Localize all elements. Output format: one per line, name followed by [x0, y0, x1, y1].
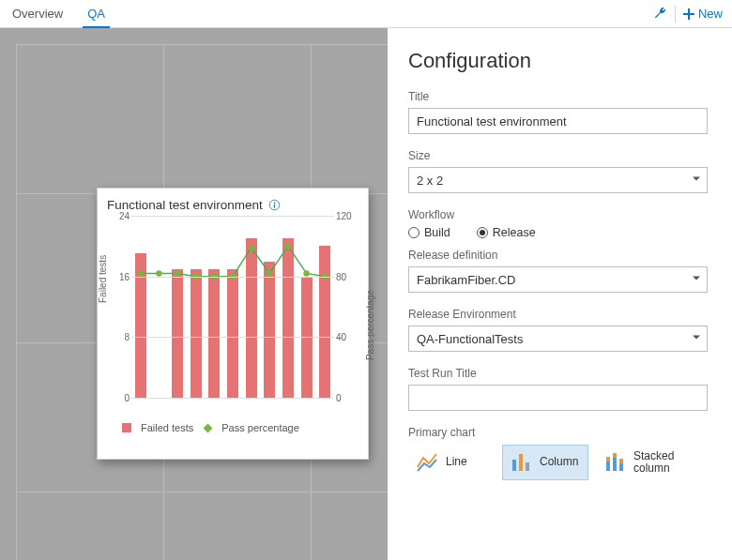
chart-type-column[interactable]: Column [502, 445, 588, 480]
svg-point-1 [274, 202, 276, 204]
svg-rect-21 [619, 463, 623, 471]
legend-swatch-failed [122, 423, 131, 432]
svg-rect-2 [274, 204, 275, 208]
legend-label-pass: Pass percentage [221, 422, 299, 433]
legend-swatch-pass [203, 423, 212, 432]
workflow-radio-release[interactable]: Release [477, 226, 536, 239]
info-icon[interactable] [268, 199, 281, 211]
release-definition-label: Release definition [408, 249, 708, 262]
svg-point-9 [248, 245, 253, 250]
svg-point-11 [285, 243, 291, 249]
new-button[interactable]: New [683, 7, 723, 21]
y-axis-left-label: Failed tests [98, 255, 108, 303]
title-input[interactable] [408, 108, 708, 134]
configuration-panel: Configuration Title Size Workflow Build … [388, 28, 732, 560]
chart-legend: Failed tests Pass percentage [107, 422, 358, 433]
svg-rect-17 [606, 462, 610, 471]
chart-type-line[interactable]: Line [408, 445, 495, 480]
widget-title: Functional test environment [107, 198, 263, 212]
release-environment-select[interactable] [408, 325, 708, 352]
panel-heading: Configuration [408, 49, 708, 73]
size-select[interactable] [408, 167, 708, 193]
widget-card[interactable]: Functional test environment Failed tests… [97, 188, 369, 460]
y-axis-right-label: Pass percentage [365, 290, 375, 360]
svg-rect-22 [619, 459, 623, 463]
size-label: Size [408, 149, 708, 162]
tab-qa[interactable]: QA [75, 0, 117, 27]
primary-chart-label: Primary chart [408, 426, 708, 439]
plus-icon [683, 8, 694, 20]
title-label: Title [408, 90, 708, 103]
release-environment-label: Release Environment [408, 308, 708, 321]
test-run-title-input[interactable] [408, 385, 708, 411]
dashboard-canvas: Functional test environment Failed tests… [0, 28, 388, 560]
svg-rect-19 [613, 458, 617, 471]
chart: Failed tests Pass percentage 00840168024… [107, 216, 358, 420]
chart-type-stacked-column[interactable]: Stacked column [596, 445, 682, 480]
legend-label-failed: Failed tests [141, 422, 193, 433]
column-chart-icon [510, 450, 532, 476]
line-chart-icon [416, 450, 438, 476]
workflow-label: Workflow [408, 208, 708, 221]
svg-rect-15 [519, 454, 523, 471]
stacked-column-chart-icon [603, 450, 626, 476]
tab-overview[interactable]: Overview [0, 0, 75, 27]
release-definition-select[interactable] [408, 266, 708, 293]
new-button-label: New [698, 7, 723, 21]
svg-rect-18 [606, 457, 610, 462]
test-run-title-label: Test Run Title [408, 367, 708, 380]
tabs-bar: Overview QA New [0, 0, 732, 28]
svg-rect-16 [526, 462, 529, 471]
configure-icon[interactable] [653, 7, 667, 21]
svg-rect-20 [613, 453, 617, 458]
svg-rect-14 [512, 460, 516, 471]
workflow-radio-build[interactable]: Build [408, 226, 450, 239]
toolbar-divider [675, 6, 676, 23]
